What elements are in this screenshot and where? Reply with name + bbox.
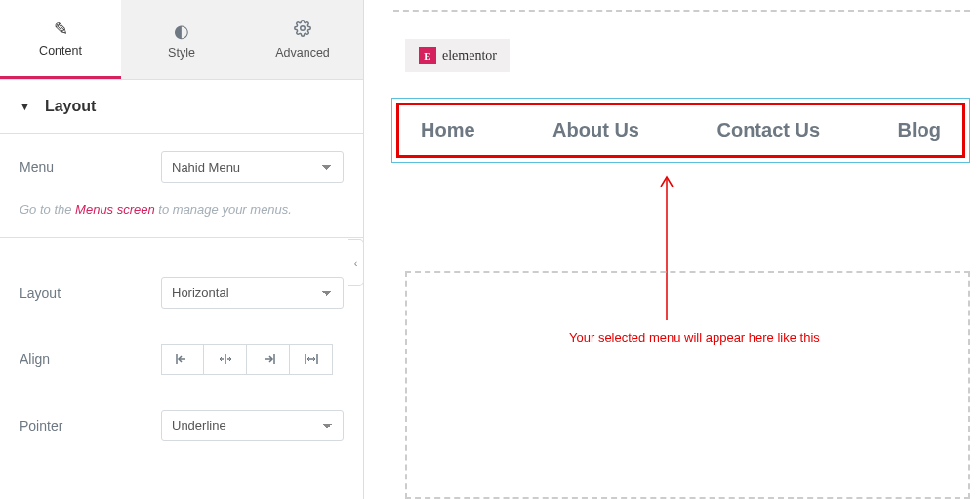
pencil-icon: ✎ bbox=[54, 19, 68, 40]
menu-hint: Go to the Menus screen to manage your me… bbox=[0, 200, 363, 238]
align-justify-button[interactable] bbox=[290, 344, 333, 375]
control-label: Layout bbox=[20, 285, 161, 301]
tab-advanced[interactable]: Advanced bbox=[242, 0, 363, 79]
menu-item-home[interactable]: Home bbox=[421, 119, 475, 142]
tab-label: Content bbox=[39, 44, 82, 58]
control-pointer: Pointer Underline bbox=[0, 393, 363, 459]
control-label: Align bbox=[20, 352, 161, 367]
layout-select[interactable]: Horizontal bbox=[161, 277, 344, 309]
preview-canvas: E elementor Home About Us Contact Us Blo… bbox=[364, 0, 980, 499]
control-label: Menu bbox=[20, 159, 161, 175]
nav-menu-widget[interactable]: Home About Us Contact Us Blog bbox=[391, 98, 970, 163]
menu-select[interactable]: Nahid Menu bbox=[161, 151, 344, 183]
tab-style[interactable]: ◐ Style bbox=[121, 0, 242, 79]
align-center-button[interactable] bbox=[204, 344, 247, 375]
elementor-badge: E elementor bbox=[405, 39, 510, 72]
elementor-logo-icon: E bbox=[419, 47, 436, 64]
collapse-sidebar-button[interactable]: ‹ bbox=[348, 239, 364, 286]
caret-down-icon: ▼ bbox=[20, 101, 30, 112]
annotation-box: Home About Us Contact Us Blog bbox=[396, 103, 965, 158]
menu-item-contact[interactable]: Contact Us bbox=[716, 119, 820, 142]
menu-item-blog[interactable]: Blog bbox=[898, 119, 941, 142]
pointer-select[interactable]: Underline bbox=[161, 410, 344, 441]
control-align: Align bbox=[0, 326, 363, 393]
section-placeholder-bottom bbox=[405, 271, 970, 499]
align-right-button[interactable] bbox=[247, 344, 290, 375]
hint-prefix: Go to the bbox=[20, 202, 75, 217]
section-placeholder-top bbox=[393, 10, 970, 12]
gear-icon bbox=[294, 20, 311, 42]
chevron-left-icon: ‹ bbox=[354, 257, 358, 269]
align-left-button[interactable] bbox=[161, 344, 204, 375]
tab-label: Style bbox=[168, 46, 195, 60]
section-layout-header[interactable]: ▼ Layout bbox=[0, 80, 363, 134]
control-menu: Menu Nahid Menu bbox=[0, 134, 363, 200]
control-label: Pointer bbox=[20, 418, 161, 434]
hint-suffix: to manage your menus. bbox=[155, 202, 292, 217]
menus-screen-link[interactable]: Menus screen bbox=[75, 202, 155, 217]
badge-text: elementor bbox=[442, 48, 497, 63]
contrast-icon: ◐ bbox=[174, 21, 189, 42]
section-title: Layout bbox=[45, 98, 96, 115]
editor-tabs: ✎ Content ◐ Style Advanced bbox=[0, 0, 363, 80]
control-layout: Layout Horizontal bbox=[0, 260, 363, 326]
tab-label: Advanced bbox=[275, 46, 330, 60]
tab-content[interactable]: ✎ Content bbox=[0, 0, 121, 79]
menu-item-about[interactable]: About Us bbox=[552, 119, 639, 142]
svg-point-0 bbox=[301, 26, 306, 31]
